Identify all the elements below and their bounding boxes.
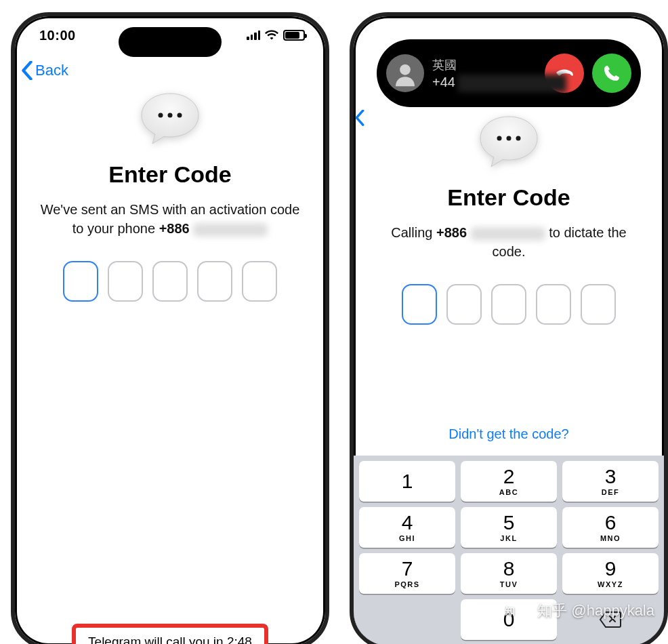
key-6[interactable]: 6MNO [562,507,659,548]
phone-right: 英國 +44 Enter Code Calling +886 [350,12,668,644]
key-number: 9 [605,559,617,579]
watermark: 知 知乎 @happykala [505,601,654,621]
status-time: 10:00 [39,28,76,43]
nav-bar: Back [15,54,325,87]
key-letters: TUV [500,581,518,588]
key-5[interactable]: 5JKL [461,507,557,548]
key-7[interactable]: 7PQRS [359,553,455,594]
didnt-get-code-link[interactable]: Didn't get the code? [448,426,568,441]
chevron-left-icon [20,61,34,80]
code-input-group [31,261,309,302]
code-digit-3[interactable] [152,261,188,302]
key-number: 1 [402,471,413,491]
key-9[interactable]: 9WXYZ [562,553,659,594]
code-digit-4[interactable] [536,284,571,325]
code-digit-3[interactable] [491,284,526,325]
key-letters: ABC [499,489,518,496]
back-label: Back [35,62,68,79]
redacted-phone [193,223,268,237]
content-area: Enter Code We've sent an SMS with an act… [15,89,325,302]
status-icons [247,28,305,43]
chevron-left-icon [355,110,364,125]
svg-point-4 [497,136,502,141]
dynamic-island [119,27,222,57]
svg-point-0 [159,113,163,118]
svg-point-6 [516,136,521,141]
key-blank [359,599,455,640]
phone-icon [602,63,622,83]
status-bar: 10:00 [15,16,325,54]
page-title: Enter Code [31,161,309,188]
key-4[interactable]: 4GHI [359,507,455,548]
svg-point-2 [178,113,182,118]
key-number: 2 [503,466,515,487]
redacted-phone [471,227,545,241]
page-title: Enter Code [370,184,648,211]
code-digit-2[interactable] [446,284,482,325]
code-digit-4[interactable] [197,261,232,302]
key-letters: GHI [399,535,415,542]
key-number: 3 [605,466,617,487]
key-number: 7 [402,559,413,579]
code-digit-2[interactable] [108,261,143,302]
content-area: Enter Code Calling +886 to dictate the c… [354,113,664,442]
key-letters: MNO [600,535,621,542]
caller-info: 英國 +44 [432,57,537,90]
call-timer-box: Telegram will call you in 2:48 [72,624,268,644]
back-button[interactable]: Back [20,61,68,80]
svg-text:知: 知 [505,605,515,616]
chat-bubble-icon [370,113,648,171]
caller-avatar-icon [386,54,424,92]
svg-point-1 [168,113,173,118]
key-letters: JKL [500,535,517,542]
svg-point-5 [507,136,512,141]
code-digit-1[interactable] [402,284,437,325]
caller-name: 英國 [432,57,537,73]
key-letters: DEF [602,489,620,496]
subtitle: Calling +886 to dictate the code. [370,223,648,261]
zhihu-logo-icon: 知 [505,604,532,618]
key-number: 6 [605,512,617,533]
svg-point-3 [400,64,411,75]
code-digit-5[interactable] [242,261,277,302]
key-letters: WXYZ [598,581,623,588]
cellular-icon [247,31,260,40]
key-1[interactable]: 1 [359,461,455,502]
battery-icon [283,30,305,41]
chat-bubble-icon [31,89,309,148]
key-number: 5 [503,512,515,533]
code-digit-1[interactable] [63,261,98,302]
code-input-group [370,284,648,325]
subtitle: We've sent an SMS with an activation cod… [31,200,309,238]
key-8[interactable]: 8TUV [461,553,557,594]
phone-left: 10:00 Back Enter Code We' [11,12,329,644]
key-3[interactable]: 3DEF [562,461,659,502]
key-number: 8 [503,559,515,579]
resend-section: Didn't get the code? [370,426,648,442]
key-letters: PQRS [394,581,419,588]
caller-number: +44 [432,75,455,90]
wifi-icon [265,28,278,43]
call-timer-text: Telegram will call you in 2:48 [81,635,259,644]
accept-call-button[interactable] [592,54,631,93]
code-digit-5[interactable] [581,284,616,325]
redacted-caller-number [458,75,566,92]
incoming-call-banner: 英國 +44 [377,39,641,107]
key-2[interactable]: 2ABC [461,461,557,502]
key-number: 4 [402,512,413,533]
